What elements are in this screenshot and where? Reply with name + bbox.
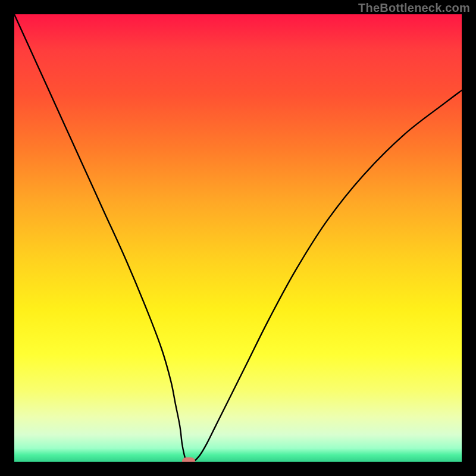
bottleneck-curve: [14, 14, 462, 462]
min-marker: [182, 458, 195, 462]
watermark: TheBottleneck.com: [358, 1, 470, 15]
